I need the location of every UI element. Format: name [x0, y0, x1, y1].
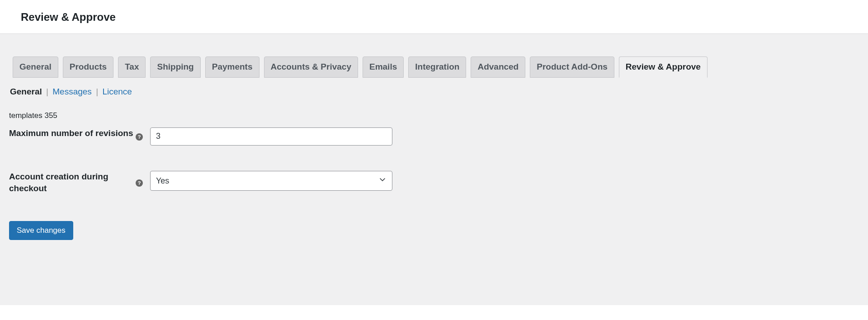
select-account-creation[interactable]: Yes: [150, 171, 392, 191]
label-max-revisions: Maximum number of revisions: [9, 120, 136, 164]
tab-shipping[interactable]: Shipping: [150, 56, 200, 78]
subtab-separator: |: [46, 87, 48, 96]
content-area: General Products Tax Shipping Payments A…: [0, 34, 868, 305]
help-icon[interactable]: ?: [136, 179, 143, 187]
subtab-licence[interactable]: Licence: [102, 87, 132, 96]
subtab-separator: |: [96, 87, 98, 96]
page-title: Review & Approve: [21, 11, 868, 24]
tab-review-approve[interactable]: Review & Approve: [619, 56, 708, 78]
tabs-row: General Products Tax Shipping Payments A…: [9, 56, 859, 78]
tab-payments[interactable]: Payments: [205, 56, 259, 78]
field-row-max-revisions: Maximum number of revisions ?: [9, 120, 552, 164]
page-header: Review & Approve: [0, 0, 868, 34]
subtab-messages[interactable]: Messages: [52, 87, 92, 96]
save-changes-button[interactable]: Save changes: [9, 221, 73, 240]
tab-product-add-ons[interactable]: Product Add-Ons: [530, 56, 614, 78]
settings-form-table: Maximum number of revisions ? Account cr…: [9, 120, 552, 212]
tab-general[interactable]: General: [13, 56, 58, 78]
subtab-general[interactable]: General: [10, 87, 42, 96]
input-max-revisions[interactable]: [150, 127, 392, 146]
tab-accounts-privacy[interactable]: Accounts & Privacy: [264, 56, 358, 78]
tab-products[interactable]: Products: [63, 56, 113, 78]
subtab-row: General | Messages | Licence: [9, 87, 859, 97]
tab-advanced[interactable]: Advanced: [471, 56, 525, 78]
tab-emails[interactable]: Emails: [363, 56, 404, 78]
field-row-account-creation: Account creation during checkout ? Yes: [9, 164, 552, 212]
tab-integration[interactable]: Integration: [408, 56, 466, 78]
select-wrap-account-creation: Yes: [150, 171, 392, 191]
label-account-creation: Account creation during checkout: [9, 164, 136, 212]
help-icon[interactable]: ?: [136, 133, 143, 141]
tab-tax[interactable]: Tax: [118, 56, 146, 78]
